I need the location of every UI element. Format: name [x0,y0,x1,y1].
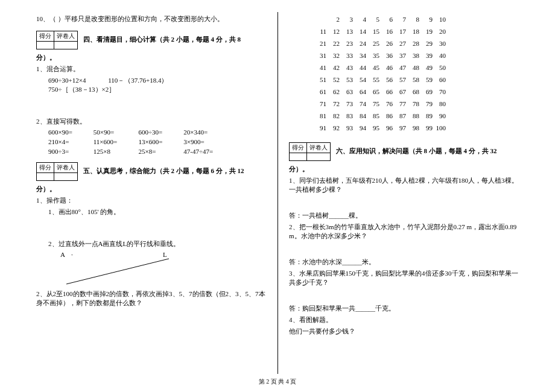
number-cell: 53 [340,76,353,83]
expr: 13×600= [139,138,182,145]
number-cell: 66 [379,88,393,95]
section-5-title: 五、认真思考，综合能力（共 2 小题，每题 6 分，共 12 [83,167,244,174]
q6-3: 3、水果店购回苹果150千克，购回梨比苹果的4倍还多30千克，购回梨和苹果一共多… [289,269,519,287]
fen-4: 分）。 [36,54,56,61]
number-cell: 78 [406,100,419,107]
number-cell: 36 [379,52,393,59]
number-cell: 80 [433,100,446,107]
number-cell: 28 [406,40,419,47]
number-cell: 85 [366,112,379,119]
q4-1-label: 1、混合运算。 [36,65,267,74]
number-cell: 88 [406,112,419,119]
number-cell: 10 [433,16,446,23]
reviewer-cell[interactable] [54,173,78,181]
number-cell: 17 [393,28,406,35]
number-cell: 18 [406,28,419,35]
number-row: 51525354555657585960 [313,76,519,83]
number-cell: 50 [433,64,446,71]
q6-4a: 4、看图解题。 [289,315,519,324]
number-cell: 26 [379,40,393,47]
scorebox-4: 得分评卷人 [36,31,78,49]
number-cell: 56 [379,76,393,83]
number-cell: 69 [419,88,433,95]
score-cell[interactable] [37,42,54,49]
q4-1-expr: 690÷30+12×4 110－（37.76+18.4） 750÷［（38－13… [36,76,267,94]
number-cell: 82 [326,112,340,119]
number-cell: 11 [313,28,326,35]
score-label: 得分 [37,163,54,173]
a6-3: 答：购回梨和苹果一共______千克。 [289,304,519,313]
section-6-header: 得分评卷人 六、应用知识，解决问题（共 8 小题，每题 4 分，共 32 [289,142,519,161]
expr: 690÷30+12×4 [48,77,86,84]
number-cell: 58 [406,76,419,83]
number-cell: 33 [340,52,353,59]
number-cell: 32 [326,52,340,59]
number-row: 21222324252627282930 [313,40,519,47]
number-cell: 39 [419,52,433,59]
number-cell: 46 [379,64,393,71]
number-cell: 83 [340,112,353,119]
reviewer-cell[interactable] [54,42,78,49]
number-cell: 93 [340,124,353,131]
q4-2-r1: 600×90= 50×90= 600÷30= 20×340= [36,128,267,136]
number-cell: 100 [433,124,446,131]
number-cell: 31 [313,52,326,59]
number-cell: 4 [353,16,366,23]
expr: 600×90= [48,128,92,136]
score-cell[interactable] [37,173,54,181]
number-cell: 87 [393,112,406,119]
q5-1-2: 2、过直线外一点A画直线L的平行线和垂线。 [36,239,267,248]
number-row: 919293949596979899100 [313,124,519,131]
number-cell: 63 [340,88,353,95]
number-cell: 19 [419,28,433,35]
number-cell: 61 [313,88,326,95]
number-cell: 55 [366,76,379,83]
number-cell: 96 [379,124,393,131]
number-cell: 98 [406,124,419,131]
q5-1-label: 1、操作题： [36,196,267,205]
number-cell: 75 [366,100,379,107]
number-grid: 2345678910111213141516171819202122232425… [313,16,519,131]
expr: 11×600= [94,138,137,145]
q4-2-r3: 900÷3= 125×8 25×8= 47-47÷47= [36,148,267,155]
svg-line-0 [66,259,169,284]
number-cell: 64 [353,88,366,95]
q5-1-1: 1、画出80°、105' 的角。 [36,207,267,217]
number-cell: 6 [379,16,393,23]
reviewer-cell[interactable] [307,153,331,161]
number-row: 41424344454647484950 [313,64,519,71]
number-cell: 79 [419,100,433,107]
number-cell: 45 [366,64,379,71]
page-footer: 第 2 页 共 4 页 [0,378,555,386]
expr: 210×4= [48,138,92,145]
number-cell: 24 [353,40,366,47]
number-cell: 57 [393,76,406,83]
number-cell: 81 [313,112,326,119]
number-cell: 89 [419,112,433,119]
number-cell: 92 [326,124,340,131]
number-cell: 40 [433,52,446,59]
expr: 3×900= [183,138,227,145]
score-cell[interactable] [290,153,307,161]
fen-6: 分）。 [289,165,309,172]
reviewer-label: 评卷人 [307,143,331,153]
number-cell: 16 [379,28,393,35]
number-cell: 2 [326,16,340,23]
number-cell: 3 [340,16,353,23]
number-cell: 84 [353,112,366,119]
number-row: 31323334353637383940 [313,52,519,59]
number-cell: 34 [353,52,366,59]
number-cell: 48 [406,64,419,71]
number-row: 11121314151617181920 [313,28,519,35]
expr: 110－（37.76+18.4） [108,76,168,85]
number-cell: 38 [406,52,419,59]
number-cell: 44 [353,64,366,71]
number-cell: 41 [313,64,326,71]
number-cell: 47 [393,64,406,71]
number-cell: 22 [326,40,340,47]
q6-4b: 他们一共要付多少钱？ [289,327,519,336]
number-cell: 97 [393,124,406,131]
q6-2: 2、把一根长3m的竹竿垂直放入水池中，竹竿入泥部分是0.27 m，露出水面0.8… [289,223,519,241]
q4-2-label: 2、直接写得数。 [36,117,267,126]
number-cell: 30 [433,40,446,47]
